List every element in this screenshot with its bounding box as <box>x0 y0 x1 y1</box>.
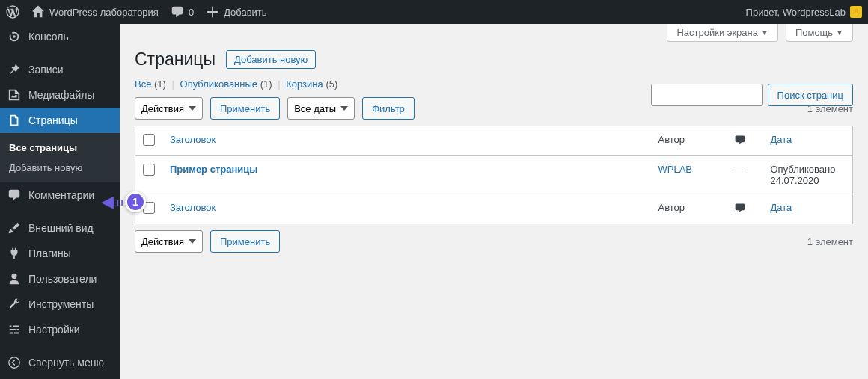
sidebar-label: Инструменты <box>28 298 94 310</box>
sidebar-subitem-add-new[interactable]: Добавить новую <box>0 158 120 178</box>
chevron-down-icon: ▼ <box>761 28 768 37</box>
sidebar-item-tools[interactable]: Инструменты <box>0 292 120 317</box>
sidebar-label: Комментарии <box>28 189 94 201</box>
sidebar-label: Настройки <box>28 324 80 336</box>
collapse-icon <box>7 356 21 369</box>
sidebar-label: Внешний вид <box>28 222 94 234</box>
sidebar-subitem-all-pages[interactable]: Все страницы <box>0 138 120 158</box>
plugin-icon <box>7 247 21 260</box>
row-comments: — <box>726 156 763 194</box>
row-date: Опубликовано 24.07.2020 <box>763 156 853 194</box>
search-button[interactable]: Поиск страниц <box>768 84 853 106</box>
sidebar-item-plugins[interactable]: Плагины <box>0 241 120 266</box>
svg-point-0 <box>9 357 19 368</box>
sidebar-label: Свернуть меню <box>28 357 104 369</box>
annotation-number: 1 <box>125 191 146 212</box>
sidebar-submenu-pages: Все страницы Добавить новую <box>0 133 120 182</box>
col-title[interactable]: Заголовок <box>170 134 216 145</box>
sidebar-label: Плагины <box>28 247 71 259</box>
admin-bar: WordPress лаборатория 0 Добавить Привет,… <box>0 0 868 24</box>
search-input[interactable] <box>651 84 763 106</box>
bulk-action-select[interactable]: Действия <box>135 97 203 120</box>
comment-icon <box>171 5 184 19</box>
sidebar-label: Пользователи <box>28 273 97 285</box>
comments-column-icon <box>733 202 747 214</box>
filter-button[interactable]: Фильтр <box>362 97 415 120</box>
page-title: Страницы <box>135 49 216 70</box>
row-title-link[interactable]: Пример страницы <box>170 164 257 175</box>
admin-sidebar: Консоль Записи Медиафайлы Страницы Все с… <box>0 24 120 379</box>
row-date-status: Опубликовано <box>771 164 836 175</box>
sidebar-item-collapse[interactable]: Свернуть меню <box>0 350 120 375</box>
help-tab[interactable]: Помощь ▼ <box>786 24 853 42</box>
col-date[interactable]: Дата <box>771 134 792 145</box>
sliders-icon <box>7 323 21 336</box>
screen-options-tab[interactable]: Настройки экрана ▼ <box>667 24 777 42</box>
row-checkbox[interactable] <box>143 164 155 176</box>
page-icon <box>7 114 21 127</box>
brush-icon <box>7 221 21 235</box>
add-new-label: Добавить <box>224 7 266 18</box>
col-author: Автор <box>651 126 726 156</box>
home-icon <box>31 5 45 19</box>
sidebar-item-settings[interactable]: Настройки <box>0 317 120 342</box>
row-date-value: 24.07.2020 <box>771 175 819 186</box>
pin-icon <box>7 63 21 76</box>
screen-meta-links: Настройки экрана ▼ Помощь ▼ <box>667 24 853 42</box>
screen-options-label: Настройки экрана <box>676 27 758 38</box>
comments-count: 0 <box>189 7 194 18</box>
row-author-link[interactable]: WPLAB <box>658 164 693 175</box>
add-new-link[interactable]: Добавить <box>206 5 266 19</box>
annotation-marker: ◀ ııı 1 <box>101 191 146 212</box>
filter-trash-count: (5) <box>326 78 337 90</box>
wordpress-icon <box>6 5 19 19</box>
filter-trash[interactable]: Корзина <box>286 78 323 90</box>
col-author-foot: Автор <box>651 194 726 224</box>
col-date-foot[interactable]: Дата <box>771 202 792 213</box>
help-label: Помощь <box>795 27 833 38</box>
comments-icon <box>7 188 21 202</box>
sidebar-label: Записи <box>28 64 63 76</box>
table-row: Пример страницы WPLAB — Опубликовано 24.… <box>135 156 853 194</box>
select-all-top[interactable] <box>143 134 155 146</box>
add-new-button[interactable]: Добавить новую <box>226 50 316 69</box>
table-header-row: Заголовок Автор Дата <box>135 126 853 156</box>
comments-column-icon <box>733 134 747 146</box>
dashboard-icon <box>7 30 21 43</box>
site-name-link[interactable]: WordPress лаборатория <box>31 5 159 19</box>
date-filter-select[interactable]: Все даты <box>287 97 355 120</box>
bulk-action-select-bottom[interactable]: Действия <box>135 230 203 253</box>
wp-logo[interactable] <box>6 5 19 19</box>
sidebar-item-users[interactable]: Пользователи <box>0 266 120 292</box>
plus-icon <box>206 5 219 19</box>
col-title-foot[interactable]: Заголовок <box>170 202 216 213</box>
table-footer-row: Заголовок Автор Дата <box>135 194 853 224</box>
site-name: WordPress лаборатория <box>49 7 159 18</box>
apply-button[interactable]: Применить <box>210 97 280 120</box>
sidebar-item-pages[interactable]: Страницы <box>0 108 120 133</box>
search-box: Поиск страниц <box>651 84 853 106</box>
pages-table: Заголовок Автор Дата Пример страницы WPL… <box>135 126 853 224</box>
filter-all[interactable]: Все <box>135 78 151 90</box>
comments-link[interactable]: 0 <box>171 5 194 19</box>
wrench-icon <box>7 298 21 311</box>
items-count-bottom: 1 элемент <box>807 236 853 247</box>
user-icon <box>7 272 21 286</box>
sidebar-label: Страницы <box>28 114 78 126</box>
main-content: Настройки экрана ▼ Помощь ▼ Страницы Доб… <box>120 24 868 379</box>
filter-published-count: (1) <box>260 78 272 90</box>
howdy-link[interactable]: Привет, WordpressLab ✋ <box>746 6 862 18</box>
media-icon <box>7 88 21 102</box>
sidebar-item-appearance[interactable]: Внешний вид <box>0 215 120 241</box>
sidebar-item-media[interactable]: Медиафайлы <box>0 82 120 108</box>
avatar: ✋ <box>850 6 862 18</box>
arrow-dots: ııı <box>112 197 125 208</box>
filter-published[interactable]: Опубликованные <box>180 78 258 90</box>
filter-all-count: (1) <box>154 78 166 90</box>
sidebar-item-dashboard[interactable]: Консоль <box>0 24 120 49</box>
apply-button-bottom[interactable]: Применить <box>210 230 280 253</box>
chevron-down-icon: ▼ <box>836 28 843 37</box>
sidebar-label: Консоль <box>28 31 69 43</box>
sidebar-label: Медиафайлы <box>28 89 94 101</box>
sidebar-item-posts[interactable]: Записи <box>0 57 120 82</box>
